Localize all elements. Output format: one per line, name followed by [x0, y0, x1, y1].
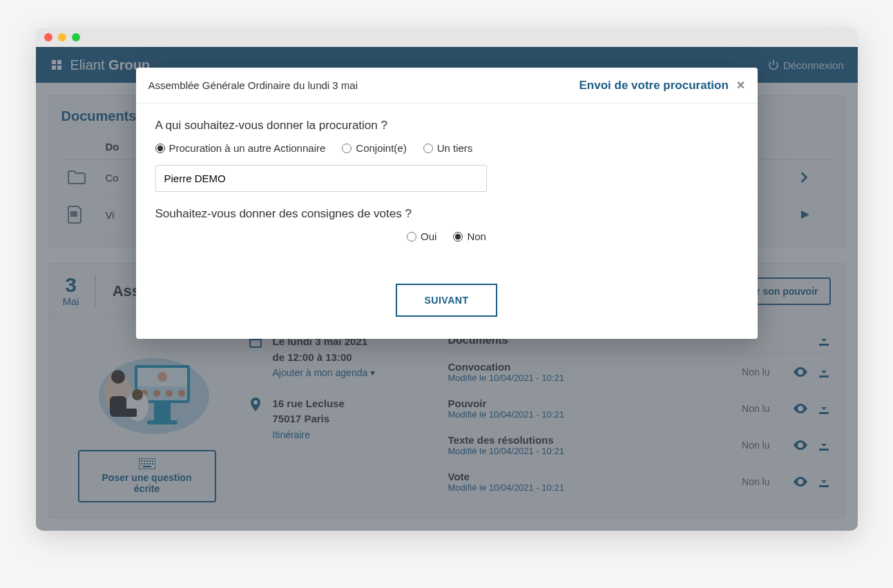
modal-body: A qui souhaitez-vous donner la procurati… — [136, 104, 758, 268]
radio-third-party[interactable]: Un tiers — [423, 142, 473, 154]
modal-header: Assemblée Générale Ordinaire du lundi 3 … — [136, 68, 758, 104]
radio-shareholder[interactable]: Procuration à un autre Actionnaire — [155, 142, 326, 154]
proxy-name-input[interactable] — [155, 165, 487, 192]
radio-group-instructions: Oui Non — [155, 231, 738, 242]
radio-spouse-input[interactable] — [342, 144, 352, 153]
window-titlebar — [36, 28, 858, 47]
window-minimize-dot[interactable] — [58, 33, 66, 41]
radio-yes-input[interactable] — [407, 232, 416, 242]
app-window: Eliant Group Déconnexion Documents p Do — [36, 28, 858, 531]
proxy-modal: Assemblée Générale Ordinaire du lundi 3 … — [136, 68, 758, 339]
modal-subtitle: Assemblée Générale Ordinaire du lundi 3 … — [148, 79, 358, 91]
modal-title: Envoi de votre procuration — [579, 79, 729, 92]
question-instructions: Souhaitez-vous donner des consignes de v… — [155, 207, 738, 221]
radio-no[interactable]: Non — [453, 231, 486, 242]
question-who: A qui souhaitez-vous donner la procurati… — [155, 119, 738, 133]
radio-shareholder-input[interactable] — [155, 144, 165, 153]
radio-third-party-input[interactable] — [423, 144, 433, 153]
modal-close-button[interactable]: × — [737, 77, 745, 93]
radio-group-who: Procuration à un autre Actionnaire Conjo… — [155, 142, 738, 154]
radio-yes[interactable]: Oui — [407, 231, 436, 242]
window-close-dot[interactable] — [44, 33, 52, 41]
radio-no-input[interactable] — [453, 232, 463, 242]
window-maximize-dot[interactable] — [72, 33, 80, 41]
radio-spouse[interactable]: Conjoint(e) — [342, 142, 406, 154]
modal-overlay: Assemblée Générale Ordinaire du lundi 3 … — [36, 47, 858, 531]
modal-footer: SUIVANT — [136, 268, 758, 339]
next-button[interactable]: SUIVANT — [396, 284, 498, 317]
